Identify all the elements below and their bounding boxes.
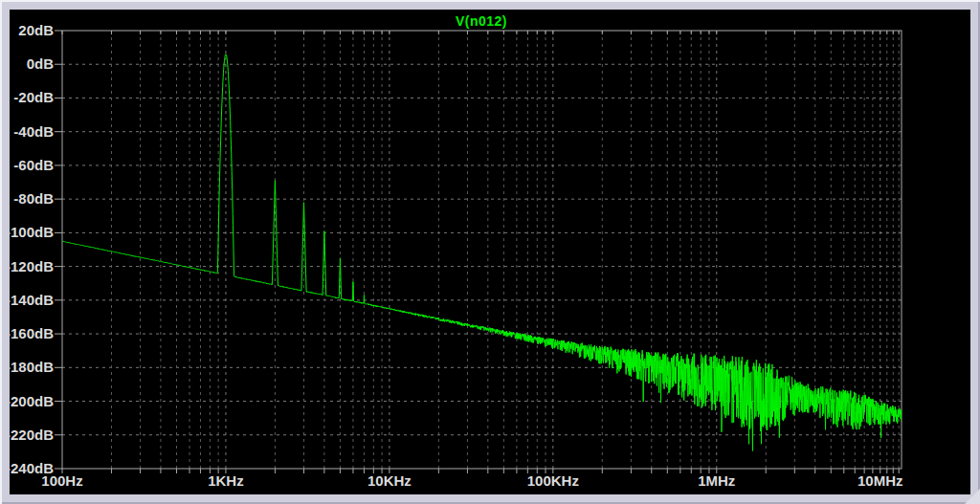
y-tick-label: -160dB [10, 325, 54, 341]
plot-pane[interactable]: 20dB0dB-20dB-40dB-60dB-80dB-100dB-120dB-… [10, 10, 970, 494]
x-tick-label: 100Hz [41, 472, 82, 489]
y-tick-label: -20dB [13, 89, 54, 105]
x-tick-label: 10MHz [858, 472, 903, 489]
y-tick-label: -120dB [10, 258, 54, 274]
waveform-viewer-window: 20dB0dB-20dB-40dB-60dB-80dB-100dB-120dB-… [0, 0, 980, 504]
y-tick-label: -40dB [13, 123, 54, 140]
x-tick-label: 10KHz [368, 472, 412, 489]
axis-labels: 20dB0dB-20dB-40dB-60dB-80dB-100dB-120dB-… [10, 22, 902, 489]
y-tick-label: 0dB [27, 55, 55, 72]
y-tick-label: -60dB [13, 157, 54, 173]
y-tick-label: -200dB [10, 393, 54, 409]
x-tick-label: 1MHz [698, 472, 735, 489]
y-tick-label: -180dB [10, 359, 54, 375]
fft-trace[interactable] [62, 55, 902, 451]
y-tick-label: -220dB [10, 427, 54, 443]
y-tick-label: -100dB [10, 224, 54, 240]
x-tick-label: 1KHz [208, 472, 244, 489]
resize-grip-icon [965, 489, 980, 504]
y-tick-label: -80dB [13, 190, 54, 207]
trace-label[interactable]: V(n012) [456, 13, 507, 29]
y-tick-label: 20dB [18, 22, 54, 38]
y-tick-label: -140dB [10, 292, 54, 308]
fft-plot[interactable]: 20dB0dB-20dB-40dB-60dB-80dB-100dB-120dB-… [10, 10, 970, 494]
x-tick-label: 100KHz [527, 472, 579, 489]
